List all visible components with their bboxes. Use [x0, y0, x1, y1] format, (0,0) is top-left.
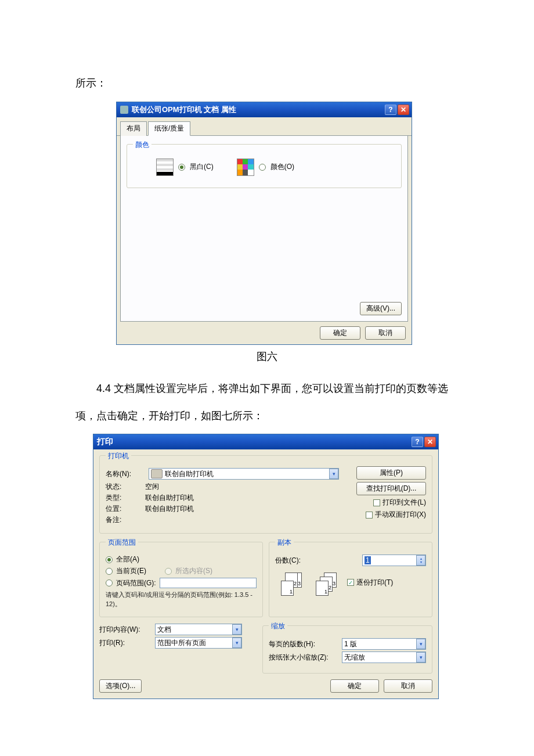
- window-title: 联创公司OPM打印机 文档 属性: [132, 105, 385, 115]
- radio-pages[interactable]: [106, 579, 113, 586]
- print-value: 范围中所有页面: [157, 638, 206, 648]
- manual-duplex-label: 手动双面打印(X): [375, 510, 426, 520]
- zoom-legend: 缩放: [269, 621, 287, 631]
- tab-body: 颜色 黑白(C) 颜色(O) 高级(V)...: [120, 136, 408, 322]
- value-location: 联创自助打印机: [145, 504, 339, 514]
- radio-selection-label: 所选内容(S): [175, 566, 212, 576]
- label-name: 名称(N):: [106, 469, 145, 479]
- radio-all-label: 全部(A): [116, 555, 139, 564]
- pages-per-sheet-value: 1 版: [344, 639, 357, 649]
- scale-to-paper-combo[interactable]: 无缩放 ▾: [342, 651, 426, 663]
- page-range-groupbox: 页面范围 全部(A) 当前页(E) 所选内容(S) 页码范围(G: [99, 542, 263, 617]
- collate-label: 逐份打印(T): [356, 578, 393, 588]
- figure6-caption: 图六: [75, 350, 459, 363]
- properties-button[interactable]: 属性(P): [356, 466, 426, 480]
- color-groupbox-legend: 颜色: [133, 140, 151, 150]
- printer-properties-dialog: 联创公司OPM打印机 文档 属性 ? ✕ 布局 纸张/质量 颜色 黑白(C): [116, 102, 412, 345]
- radio-bw[interactable]: [178, 164, 185, 171]
- find-printer-button[interactable]: 查找打印机(D)...: [356, 482, 426, 495]
- blackwhite-icon: [156, 159, 174, 176]
- close-button[interactable]: ✕: [398, 105, 409, 115]
- tabstrip: 布局 纸张/质量: [117, 121, 412, 136]
- radio-selection: [165, 568, 172, 575]
- label-copies: 份数(C):: [275, 556, 301, 566]
- label-type: 类型:: [106, 493, 145, 503]
- copies-legend: 副本: [275, 538, 294, 548]
- radio-bw-label: 黑白(C): [190, 162, 214, 172]
- label-status: 状态:: [106, 482, 145, 492]
- options-button[interactable]: 选项(O)...: [99, 679, 142, 693]
- titlebar[interactable]: 打印 ? ✕: [93, 434, 438, 449]
- collate-illustration: 3 2 1 3 2 1: [281, 573, 339, 595]
- close-button[interactable]: ✕: [424, 437, 436, 447]
- label-print-what: 打印内容(W):: [99, 625, 151, 635]
- help-button[interactable]: ?: [412, 437, 423, 447]
- print-what-value: 文档: [157, 625, 171, 635]
- manual-duplex-checkbox[interactable]: 手动双面打印(X): [366, 510, 426, 520]
- chevron-down-icon[interactable]: ▾: [232, 624, 241, 635]
- label-pages-per-sheet: 每页的版数(H):: [269, 639, 338, 649]
- titlebar[interactable]: 联创公司OPM打印机 文档 属性 ? ✕: [117, 102, 412, 117]
- tab-paper-quality[interactable]: 纸张/质量: [148, 121, 190, 136]
- copies-value: 1: [365, 556, 371, 564]
- radio-current-label: 当前页(E): [116, 566, 146, 576]
- paragraph-4-4: 4.4 文档属性设置完毕后，将弹出如下界面，您可以设置当前打印的页数等选项，点击…: [75, 375, 459, 430]
- cancel-button[interactable]: 取消: [384, 679, 432, 693]
- chevron-down-icon[interactable]: ▾: [329, 469, 338, 479]
- value-type: 联创自助打印机: [145, 493, 339, 503]
- chevron-down-icon[interactable]: ▾: [416, 652, 425, 663]
- scale-to-paper-value: 无缩放: [344, 653, 365, 663]
- radio-pages-label: 页码范围(G):: [116, 578, 156, 588]
- checkbox-icon: [347, 579, 354, 586]
- spinner-arrows-icon[interactable]: ▴▾: [416, 555, 425, 566]
- radio-color[interactable]: [259, 164, 266, 171]
- printer-app-icon: [120, 106, 128, 114]
- advanced-button[interactable]: 高级(V)...: [360, 302, 402, 315]
- pages-per-sheet-combo[interactable]: 1 版 ▾: [342, 638, 426, 650]
- copies-spinner[interactable]: 1 ▴▾: [362, 555, 426, 566]
- label-location: 位置:: [106, 504, 145, 514]
- label-print: 打印(R):: [99, 638, 151, 648]
- chevron-down-icon[interactable]: ▾: [232, 638, 241, 648]
- checkbox-icon: [366, 512, 373, 519]
- printer-icon: [151, 469, 163, 478]
- radio-all[interactable]: [106, 556, 113, 563]
- page-range-help: 请键入页码和/或用逗号分隔的页码范围(例如: 1.3.5 - 12)。: [106, 591, 257, 609]
- ok-button[interactable]: 确定: [320, 326, 360, 340]
- option-blackwhite[interactable]: 黑白(C): [156, 159, 214, 176]
- zoom-groupbox: 缩放 每页的版数(H): 1 版 ▾ 按纸张大小缩放(Z): 无缩放 ▾: [262, 625, 432, 674]
- collate-checkbox[interactable]: 逐份打印(T): [347, 578, 393, 588]
- print-dialog: 打印 ? ✕ 打印机 名称(N): 联创自助打印机: [93, 434, 439, 699]
- ok-button[interactable]: 确定: [330, 679, 379, 693]
- option-color[interactable]: 颜色(O): [237, 159, 294, 176]
- printer-name-combo[interactable]: 联创自助打印机 ▾: [149, 468, 339, 480]
- value-status: 空闲: [145, 482, 339, 492]
- cancel-button[interactable]: 取消: [365, 326, 406, 340]
- color-icon: [237, 159, 254, 176]
- printer-name-value: 联创自助打印机: [165, 469, 214, 479]
- window-title: 打印: [97, 437, 412, 447]
- printer-groupbox: 打印机 名称(N): 联创自助打印机 ▾ 状态:: [99, 455, 432, 534]
- copies-groupbox: 副本 份数(C): 1 ▴▾ 3 2: [269, 542, 432, 617]
- color-groupbox: 颜色 黑白(C) 颜色(O): [127, 144, 402, 188]
- print-to-file-label: 打印到文件(L): [383, 498, 426, 507]
- label-scale-to-paper: 按纸张大小缩放(Z):: [269, 653, 338, 663]
- radio-color-label: 颜色(O): [270, 162, 294, 172]
- tab-layout[interactable]: 布局: [120, 121, 147, 136]
- print-what-combo[interactable]: 文档 ▾: [155, 624, 242, 635]
- chevron-down-icon[interactable]: ▾: [416, 639, 425, 649]
- value-comment: [145, 515, 339, 525]
- print-to-file-checkbox[interactable]: 打印到文件(L): [373, 498, 426, 507]
- page-range-input[interactable]: [160, 578, 257, 588]
- help-button[interactable]: ?: [385, 105, 396, 115]
- label-comment: 备注:: [106, 515, 145, 525]
- page-range-legend: 页面范围: [106, 538, 138, 548]
- print-combo[interactable]: 范围中所有页面 ▾: [155, 637, 242, 649]
- intro-text: 所示：: [75, 70, 459, 97]
- printer-groupbox-legend: 打印机: [106, 451, 131, 461]
- radio-all-row[interactable]: 全部(A): [106, 555, 257, 564]
- radio-current[interactable]: [106, 568, 113, 575]
- checkbox-icon: [373, 499, 380, 506]
